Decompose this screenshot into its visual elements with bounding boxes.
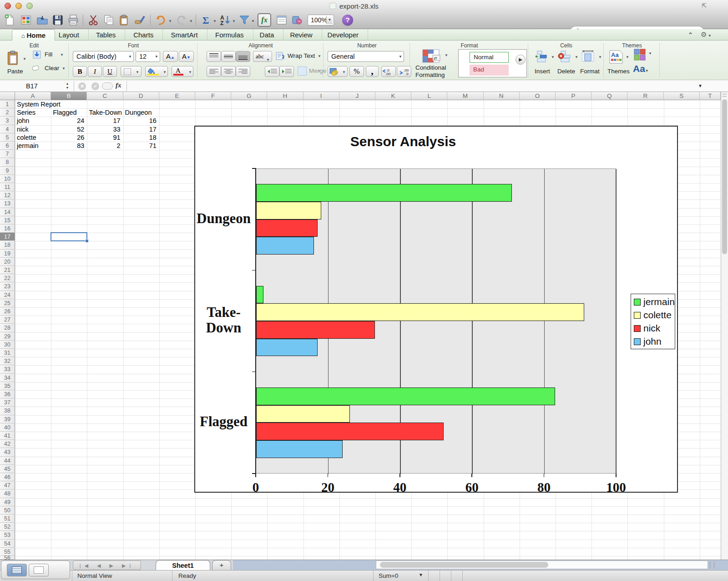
chart-bar-dungeon-colette[interactable] [256, 202, 321, 219]
column-header-K[interactable]: K [375, 92, 411, 100]
sum-caret[interactable]: ▼ [419, 572, 423, 577]
row-header-20[interactable]: 20 [0, 258, 15, 266]
row-header-12[interactable]: 12 [0, 191, 15, 199]
align-center-button[interactable] [221, 66, 236, 77]
filter-menu-caret[interactable]: ▼ [251, 19, 255, 23]
row-header-19[interactable]: 19 [0, 250, 15, 258]
legend-item-jermain[interactable]: jermain [634, 296, 673, 309]
row-header-47[interactable]: 47 [0, 481, 15, 489]
tab-developer[interactable]: Developer [318, 29, 368, 41]
format-cells-label[interactable]: Format [580, 68, 600, 75]
theme-colors-icon[interactable] [634, 49, 647, 61]
toolbox-icon[interactable] [276, 14, 288, 26]
redo-icon[interactable] [176, 14, 187, 26]
row-header-30[interactable]: 30 [0, 341, 15, 349]
cell-D2[interactable]: Dungeon [125, 108, 152, 117]
save-icon[interactable] [52, 14, 64, 26]
row-header-32[interactable]: 32 [0, 357, 15, 365]
row-header-17[interactable]: 17 [0, 233, 15, 241]
delete-cells-label[interactable]: Delete [557, 68, 575, 75]
copy-icon[interactable] [103, 14, 115, 26]
wrap-text-icon[interactable] [276, 51, 286, 61]
format-cells-icon[interactable] [581, 51, 597, 62]
filter-icon[interactable] [238, 14, 250, 26]
tab-smartart[interactable]: SmartArt [162, 29, 207, 41]
row-header-23[interactable]: 23 [0, 282, 15, 290]
horizontal-scrollbar-thumb[interactable] [380, 562, 548, 568]
row-header-45[interactable]: 45 [0, 465, 15, 473]
row-header-52[interactable]: 52 [0, 523, 15, 531]
close-button[interactable] [5, 3, 11, 9]
select-all-corner[interactable] [0, 92, 15, 100]
row-header-9[interactable]: 9 [0, 167, 15, 175]
column-header-S[interactable]: S [664, 92, 700, 100]
redo-menu-caret[interactable]: ▼ [189, 19, 193, 23]
legend-item-john[interactable]: john [634, 335, 673, 348]
orientation-button[interactable]: abc▼ [253, 51, 272, 62]
currency-button[interactable]: ▼ [328, 66, 348, 77]
row-header-22[interactable]: 22 [0, 274, 15, 282]
row-header-11[interactable]: 11 [0, 183, 15, 191]
chart-legend[interactable]: jermaincolettenickjohn [631, 294, 675, 349]
clear-caret[interactable]: ▼ [62, 66, 66, 71]
chart-bar-dungeon-jermain[interactable] [256, 184, 512, 202]
media-browser-icon[interactable] [291, 14, 303, 26]
column-header-N[interactable]: N [484, 92, 520, 100]
add-sheet-button[interactable]: + [212, 560, 231, 570]
row-header-56[interactable]: 56 [0, 556, 15, 560]
font-family-combo[interactable]: Calibri (Body)▼ [73, 51, 134, 62]
column-header-M[interactable]: M [447, 92, 483, 100]
row-header-40[interactable]: 40 [0, 423, 15, 432]
chart-bar-take-down-john[interactable] [256, 339, 318, 357]
row-header-15[interactable]: 15 [0, 216, 15, 224]
legend-item-colette[interactable]: colette [634, 309, 673, 322]
row-header-6[interactable]: 6 [0, 142, 15, 150]
chart-bar-flagged-jermain[interactable] [256, 387, 555, 405]
column-header-C[interactable]: C [87, 92, 123, 100]
undo-menu-caret[interactable]: ▼ [168, 19, 172, 23]
column-header-O[interactable]: O [520, 92, 556, 100]
row-header-34[interactable]: 34 [0, 374, 15, 382]
selection-box[interactable] [51, 232, 87, 241]
italic-button[interactable]: I [88, 66, 102, 77]
align-left-button[interactable] [207, 66, 221, 77]
row-header-24[interactable]: 24 [0, 291, 15, 299]
cell-C4[interactable]: 33 [87, 125, 120, 133]
ribbon-gear-icon[interactable]: ⚙ ▼ [701, 31, 712, 39]
cell-B2[interactable]: Flagged [53, 108, 76, 117]
align-top-button[interactable] [207, 51, 221, 62]
row-header-14[interactable]: 14 [0, 208, 15, 216]
row-header-3[interactable]: 3 [0, 117, 15, 125]
row-header-51[interactable]: 51 [0, 515, 15, 523]
row-header-31[interactable]: 31 [0, 349, 15, 357]
paste-icon[interactable] [118, 14, 130, 26]
row-header-28[interactable]: 28 [0, 324, 15, 332]
theme-fonts-button[interactable]: Aa▼ [633, 63, 649, 74]
help-button[interactable]: ? [342, 15, 353, 25]
format-painter-icon[interactable] [134, 14, 146, 26]
cell-D3[interactable]: 16 [123, 117, 157, 125]
autosum-icon[interactable]: Σ [200, 14, 212, 26]
format-cells-caret[interactable]: ▼ [598, 55, 602, 59]
column-header-F[interactable]: F [195, 92, 231, 100]
conditional-formatting-label2[interactable]: Formatting [415, 71, 445, 78]
row-header-10[interactable]: 10 [0, 175, 15, 183]
row-header-41[interactable]: 41 [0, 432, 15, 440]
clear-icon[interactable] [32, 64, 42, 71]
themes-icon[interactable]: Aa [608, 50, 624, 64]
open-icon[interactable] [36, 14, 48, 26]
insert-cells-caret[interactable]: ▼ [551, 55, 555, 59]
sheet-nav-arrows[interactable]: |◀ ◀ ▶ ▶| [73, 561, 141, 570]
row-header-4[interactable]: 4 [0, 125, 15, 133]
fill-icon[interactable] [33, 51, 41, 59]
fullscreen-icon[interactable]: ⇱ [702, 2, 707, 9]
conditional-formatting-label1[interactable]: Conditional [415, 64, 446, 71]
fill-color-button[interactable]: ▼ [145, 66, 168, 77]
wrap-text-label[interactable]: Wrap Text [288, 52, 315, 59]
style-bad[interactable]: Bad [470, 65, 509, 76]
row-header-18[interactable]: 18 [0, 241, 15, 249]
column-header-D[interactable]: D [123, 92, 159, 100]
column-header-E[interactable]: E [159, 92, 195, 100]
row-header-33[interactable]: 33 [0, 365, 15, 373]
row-header-44[interactable]: 44 [0, 457, 15, 465]
